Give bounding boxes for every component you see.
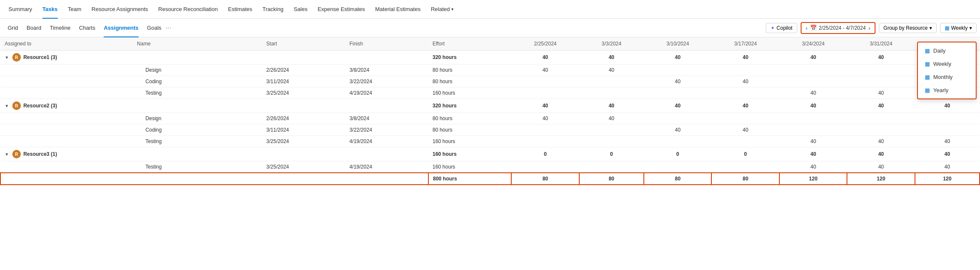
resource-start-cell-0 bbox=[262, 51, 346, 65]
related-chevron-icon: ▾ bbox=[451, 7, 453, 11]
task-date-2-0-5: 40 bbox=[847, 161, 915, 173]
dropdown-weekly[interactable]: ▦ Weekly bbox=[918, 57, 976, 70]
subnav-goals[interactable]: Goals bbox=[143, 19, 166, 37]
task-date-1-2-3 bbox=[711, 136, 779, 147]
nav-expense-estimates[interactable]: Expense Estimates bbox=[312, 0, 370, 19]
task-name-0-2: Testing bbox=[133, 87, 262, 99]
copilot-button[interactable]: ✦ Copilot bbox=[766, 23, 797, 33]
resource-date-1-3: 40 bbox=[711, 99, 779, 113]
col-start: Start bbox=[262, 37, 346, 51]
resource-row-0: ▼ R Resource1 (3) 320 hours4040404040404… bbox=[0, 51, 980, 65]
total-date-0: 80 bbox=[511, 173, 579, 185]
nav-team[interactable]: Team bbox=[63, 0, 87, 19]
collapse-arrow-1[interactable]: ▼ bbox=[5, 104, 9, 108]
task-finish-1-1: 3/22/2024 bbox=[345, 124, 428, 136]
weekly-chevron-icon: ▾ bbox=[969, 25, 972, 31]
task-date-0-2-3 bbox=[711, 87, 779, 99]
task-date-1-1-6 bbox=[915, 124, 980, 136]
task-name-0-1: Coding bbox=[133, 76, 262, 87]
task-assigned-2-0 bbox=[0, 161, 133, 173]
resource-start-cell-1 bbox=[262, 99, 346, 113]
resource-name-0: Resource1 (3) bbox=[23, 54, 57, 60]
task-assigned-0-1 bbox=[0, 76, 133, 87]
group-by-button[interactable]: Group by Resource ▾ bbox=[879, 23, 937, 33]
resource-date-2-6: 40 bbox=[915, 147, 980, 161]
task-date-1-2-6: 40 bbox=[915, 136, 980, 147]
subnav-board[interactable]: Board bbox=[23, 19, 46, 37]
total-date-3: 80 bbox=[711, 173, 779, 185]
nav-tasks[interactable]: Tasks bbox=[37, 0, 63, 19]
dropdown-daily[interactable]: ▦ Daily bbox=[918, 44, 976, 57]
task-date-1-1-4 bbox=[779, 124, 847, 136]
resource-effort-cell-1: 320 hours bbox=[428, 99, 512, 113]
task-date-2-0-6: 40 bbox=[915, 161, 980, 173]
dropdown-yearly[interactable]: ▦ Yearly bbox=[918, 84, 976, 97]
resource-date-2-0: 0 bbox=[511, 147, 579, 161]
assignments-table: Assigned to Name Start Finish Effort 2/2… bbox=[0, 37, 980, 185]
resource-date-0-0: 40 bbox=[511, 51, 579, 65]
daily-icon: ▦ bbox=[925, 48, 930, 54]
total-date-2: 80 bbox=[644, 173, 711, 185]
task-date-0-0-0: 40 bbox=[511, 65, 579, 76]
dropdown-monthly[interactable]: ▦ Monthly bbox=[918, 70, 976, 84]
task-finish-0-0: 3/8/2024 bbox=[345, 65, 428, 76]
task-start-0-0: 2/26/2024 bbox=[262, 65, 346, 76]
task-start-1-1: 3/11/2024 bbox=[262, 124, 346, 136]
resource-date-2-2: 0 bbox=[644, 147, 711, 161]
nav-resource-reconciliation[interactable]: Resource Reconciliation bbox=[153, 0, 223, 19]
task-date-0-2-5: 40 bbox=[847, 87, 915, 99]
resource-row-1: ▼ R Resource2 (3) 320 hours4040404040404… bbox=[0, 99, 980, 113]
top-navigation: Summary Tasks Team Resource Assignments … bbox=[0, 0, 980, 19]
task-date-0-1-3: 40 bbox=[711, 76, 779, 87]
weekly-button[interactable]: ▦ Weekly ▾ bbox=[940, 23, 977, 33]
resource-date-1-1: 40 bbox=[579, 99, 644, 113]
task-name-1-1: Coding bbox=[133, 124, 262, 136]
sub-nav-controls: ✦ Copilot ‹ 📅 2/25/2024 - 4/7/2024 › Gro… bbox=[766, 22, 977, 34]
task-date-1-2-0 bbox=[511, 136, 579, 147]
subnav-grid[interactable]: Grid bbox=[3, 19, 23, 37]
task-effort-1-1: 80 hours bbox=[428, 124, 512, 136]
monthly-icon: ▦ bbox=[925, 74, 930, 80]
totals-row: 800 hours80808080120120120 bbox=[0, 173, 980, 185]
task-date-0-2-4: 40 bbox=[779, 87, 847, 99]
collapse-arrow-2[interactable]: ▼ bbox=[5, 152, 9, 157]
task-date-0-1-5 bbox=[847, 76, 915, 87]
nav-resource-assignments[interactable]: Resource Assignments bbox=[86, 0, 153, 19]
nav-estimates[interactable]: Estimates bbox=[223, 0, 257, 19]
nav-related[interactable]: Related ▾ bbox=[426, 0, 459, 19]
date-range-control: ‹ 📅 2/25/2024 - 4/7/2024 › bbox=[801, 22, 875, 34]
table-header-row: Assigned to Name Start Finish Effort 2/2… bbox=[0, 37, 980, 51]
subnav-assignments[interactable]: Assignments bbox=[99, 19, 143, 37]
task-finish-1-2: 4/19/2024 bbox=[345, 136, 428, 147]
nav-summary[interactable]: Summary bbox=[3, 0, 37, 19]
collapse-arrow-0[interactable]: ▼ bbox=[5, 55, 9, 60]
more-options-icon[interactable]: ··· bbox=[166, 24, 171, 32]
task-date-1-2-2 bbox=[644, 136, 711, 147]
task-effort-0-2: 160 hours bbox=[428, 87, 512, 99]
resource-avatar-2: R bbox=[12, 150, 21, 158]
task-effort-1-0: 80 hours bbox=[428, 113, 512, 124]
task-finish-0-2: 4/19/2024 bbox=[345, 87, 428, 99]
group-by-chevron-icon: ▾ bbox=[929, 25, 932, 31]
task-date-1-2-1 bbox=[579, 136, 644, 147]
prev-date-arrow[interactable]: ‹ bbox=[805, 25, 809, 31]
task-date-0-1-4 bbox=[779, 76, 847, 87]
task-row-1-1: Coding3/11/20243/22/202480 hours4040 bbox=[0, 124, 980, 136]
yearly-icon: ▦ bbox=[925, 87, 930, 93]
task-assigned-0-2 bbox=[0, 87, 133, 99]
task-date-2-0-2 bbox=[644, 161, 711, 173]
next-date-arrow[interactable]: › bbox=[867, 25, 871, 31]
task-effort-1-2: 160 hours bbox=[428, 136, 512, 147]
assignments-table-container: Assigned to Name Start Finish Effort 2/2… bbox=[0, 37, 980, 185]
task-date-1-0-0: 40 bbox=[511, 113, 579, 124]
nav-material-estimates[interactable]: Material Estimates bbox=[370, 0, 426, 19]
subnav-charts[interactable]: Charts bbox=[75, 19, 99, 37]
task-date-1-2-4: 40 bbox=[779, 136, 847, 147]
subnav-timeline[interactable]: Timeline bbox=[45, 19, 75, 37]
task-start-1-2: 3/25/2024 bbox=[262, 136, 346, 147]
nav-tracking[interactable]: Tracking bbox=[258, 0, 289, 19]
col-date-1: 3/3/2024 bbox=[579, 37, 644, 51]
nav-sales[interactable]: Sales bbox=[289, 0, 313, 19]
total-date-4: 120 bbox=[779, 173, 847, 185]
task-date-0-0-3 bbox=[711, 65, 779, 76]
